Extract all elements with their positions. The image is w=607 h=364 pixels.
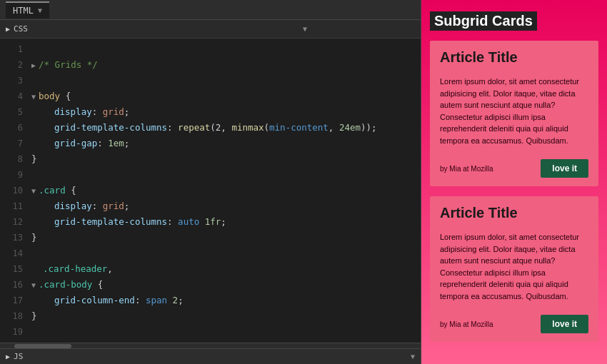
code-line: 18 } [0, 308, 421, 324]
horizontal-scrollbar[interactable] [0, 343, 421, 348]
collapse-icon[interactable]: ▼ [31, 89, 36, 105]
css-chevron: ▼ [303, 25, 307, 33]
card-1: Article Title Lorem ipsum dolor, sit ame… [430, 41, 598, 186]
card-1-header: Article Title [430, 41, 598, 70]
card-2-body: Lorem ipsum dolor, sit amet consectetur … [430, 226, 598, 309]
code-line: 14 [0, 246, 421, 261]
code-area: 1 2 ▶ /* Grids */ 3 4 ▼ body { 5 display… [0, 39, 421, 343]
code-line: 2 ▶ /* Grids */ [0, 57, 421, 73]
card-2-text: Lorem ipsum dolor, sit amet consectetur … [440, 231, 588, 302]
editor-panel: HTML ▼ ▶ CSS ▼ 1 2 ▶ /* Grids */ 3 4 ▼ [0, 0, 421, 364]
code-line: 12 grid-template-columns : auto 1fr ; [0, 214, 421, 230]
scrollbar-thumb[interactable] [14, 344, 71, 348]
code-line: 8 } [0, 151, 421, 167]
collapse-icon[interactable]: ▼ [31, 183, 36, 199]
code-line: 3 [0, 73, 421, 89]
card-2-header: Article Title [430, 196, 598, 226]
css-label: ▶ CSS ▼ [6, 24, 307, 34]
card-1-footer: by Mia at Mozilla love it [430, 153, 598, 186]
code-line: 4 ▼ body { [0, 89, 421, 104]
card-1-text: Lorem ipsum dolor, sit amet consectetur … [440, 76, 588, 146]
html-tab-label: HTML [13, 6, 34, 16]
card-1-title: Article Title [440, 49, 588, 66]
card-2-author: by Mia at Mozilla [440, 320, 493, 328]
card-2-title: Article Title [440, 205, 588, 221]
code-line: 19 [0, 324, 421, 340]
card-2-footer: by Mia at Mozilla love it [430, 309, 598, 342]
code-line: 7 grid-gap : 1em ; [0, 136, 421, 151]
card-2-love-button[interactable]: love it [541, 315, 588, 333]
code-line: 9 [0, 167, 421, 183]
preview-panel: Subgrid Cards Article Title Lorem ipsum … [421, 0, 607, 364]
code-line: 16 ▼ .card-body { [0, 277, 421, 293]
card-2: Article Title Lorem ipsum dolor, sit ame… [430, 196, 598, 342]
card-1-author: by Mia at Mozilla [440, 165, 493, 173]
tab-chevron: ▼ [38, 6, 42, 14]
js-chevron: ▼ [411, 353, 415, 360]
card-1-love-button[interactable]: love it [541, 159, 588, 178]
code-line: 6 grid-template-columns : repeat (2, min… [0, 120, 421, 136]
code-line: 1 [0, 41, 421, 57]
css-tab-label: CSS [14, 24, 28, 34]
code-line: 11 display : grid ; [0, 198, 421, 214]
code-line: 15 .card-header , [0, 261, 421, 277]
code-line: 10 ▼ .card { [0, 183, 421, 198]
css-collapse-arrow[interactable]: ▶ [6, 25, 10, 33]
code-line: 13 } [0, 230, 421, 246]
tab-bar: HTML ▼ [0, 0, 421, 20]
tab-html[interactable]: HTML ▼ [6, 1, 49, 19]
js-tab-label: JS [14, 352, 23, 361]
code-line: 5 display : grid ; [0, 104, 421, 120]
collapse-icon[interactable]: ▼ [31, 278, 36, 293]
collapse-icon[interactable]: ▶ [31, 58, 36, 74]
code-line: 17 grid-column-end : span 2 ; [0, 293, 421, 308]
css-section-bar: ▶ CSS ▼ [0, 20, 421, 39]
js-collapse-arrow[interactable]: ▶ [6, 353, 10, 360]
card-1-body: Lorem ipsum dolor, sit amet consectetur … [430, 70, 598, 153]
js-tab[interactable]: ▶ JS ▼ [0, 348, 421, 364]
preview-title: Subgrid Cards [430, 11, 537, 31]
